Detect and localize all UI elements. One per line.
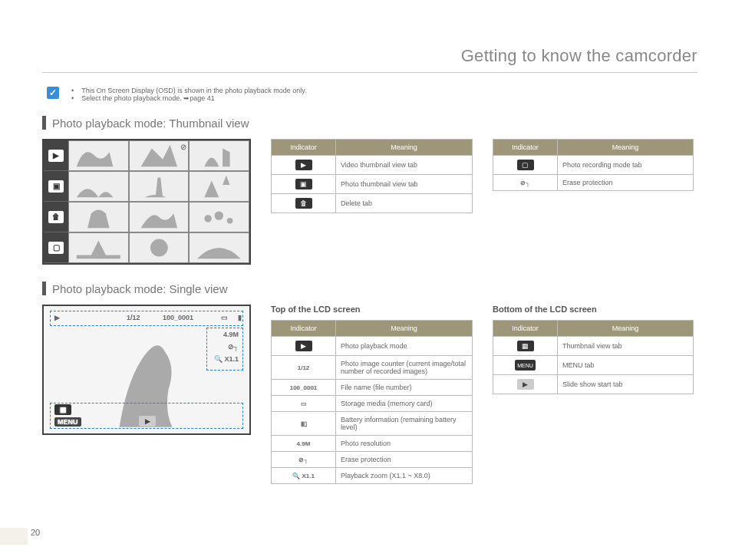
resolution-indicator: 4.9M xyxy=(297,440,311,447)
cell-meaning: Photo thumbnail view tab xyxy=(336,175,473,194)
delete-tab-icon: 🗑 xyxy=(295,198,312,209)
thumbnail[interactable] xyxy=(129,171,190,202)
sidebar-delete-tab[interactable]: 🗑 xyxy=(44,202,68,232)
battery-icon: ▮ xyxy=(238,314,242,321)
menu-tab[interactable]: MENU xyxy=(54,417,81,427)
protect-icon: ⊘┐ xyxy=(228,343,239,351)
cell-meaning: Battery information (remaining battery l… xyxy=(336,412,473,436)
title-divider xyxy=(42,72,697,73)
lcd-single-view: ▶ 1/12 100_0001 ▭ ▮ 4.9M ⊘┐ 🔍 X1.1 ▦ MEN… xyxy=(42,305,251,435)
thumbnail[interactable] xyxy=(68,202,129,232)
thumbnail-view-tab-icon[interactable]: ▦ xyxy=(54,404,71,415)
thumbnail[interactable] xyxy=(129,202,190,232)
cell-meaning: Erase protection xyxy=(336,452,473,468)
slideshow-icon: ▶ xyxy=(517,379,534,390)
note-line-1: This On Screen Display (OSD) is shown in… xyxy=(71,87,307,94)
cell-meaning: Photo image counter (current image/total… xyxy=(336,356,473,380)
subhead-top: Top of the LCD screen xyxy=(271,305,473,314)
page-title: Getting to know the camcorder xyxy=(42,46,697,66)
image-counter: 1/12 xyxy=(127,314,140,321)
thumbnail[interactable] xyxy=(189,232,249,263)
counter-indicator: 1/12 xyxy=(298,364,310,371)
photo-thumb-tab-icon: ▣ xyxy=(295,179,312,189)
thumbnail[interactable] xyxy=(189,202,249,232)
playback-mode-icon: ▶ xyxy=(54,314,60,321)
video-thumb-tab-icon: ▶ xyxy=(295,160,312,170)
cell-meaning: Storage media (memory card) xyxy=(336,396,473,412)
cell-meaning: Delete tab xyxy=(336,194,473,213)
menu-tab-icon: MENU xyxy=(515,360,536,371)
file-name: 100_0001 xyxy=(163,314,193,321)
photo-resolution: 4.9M xyxy=(223,331,239,338)
cell-meaning: Thumbnail view tab xyxy=(558,337,694,356)
th-meaning: Meaning xyxy=(336,140,473,156)
table-thumbnail-left: IndicatorMeaning ▶Video thumbnail view t… xyxy=(271,139,473,213)
table-bottom-lcd: IndicatorMeaning ▦Thumbnail view tab MEN… xyxy=(493,320,694,394)
cell-meaning: File name (file number) xyxy=(336,380,473,396)
thumbnail[interactable] xyxy=(189,171,249,202)
slideshow-start-icon[interactable]: ▶ xyxy=(139,416,156,427)
cell-meaning: Erase protection xyxy=(558,175,694,191)
thumbnail-view-icon: ▦ xyxy=(517,341,534,351)
zoom-icon: 🔍 xyxy=(214,355,223,363)
cell-meaning: Video thumbnail view tab xyxy=(336,156,473,175)
filename-indicator: 100_0001 xyxy=(290,384,318,391)
note-block: ✓ This On Screen Display (OSD) is shown … xyxy=(42,87,697,102)
section-heading-single: Photo playback mode: Single view xyxy=(42,282,697,295)
table-thumbnail-right: IndicatorMeaning ▢Photo recording mode t… xyxy=(493,139,694,191)
playback-zoom: X1.1 xyxy=(224,355,239,363)
camera-icon: ▢ xyxy=(48,242,64,254)
cell-meaning: Slide show start tab xyxy=(558,375,694,394)
sidebar-video-tab[interactable]: ▶ xyxy=(44,140,68,171)
svg-point-2 xyxy=(227,218,233,224)
photo-playback-icon: ▶ xyxy=(295,341,312,351)
th-meaning: Meaning xyxy=(558,321,694,337)
cell-meaning: Playback zoom (X1.1 ~ X8.0) xyxy=(336,468,473,484)
th-indicator: Indicator xyxy=(493,140,558,156)
photo-record-tab-icon: ▢ xyxy=(517,160,534,170)
svg-point-3 xyxy=(150,239,168,257)
page-number-bar xyxy=(0,528,28,545)
photo-tab-icon: ▣ xyxy=(48,180,64,193)
th-indicator: Indicator xyxy=(272,140,336,156)
trash-icon: 🗑 xyxy=(48,211,64,223)
note-line-2: Select the photo playback mode. ➥page 41 xyxy=(71,94,307,102)
page-number: 20 xyxy=(31,528,40,537)
thumbnail[interactable] xyxy=(189,140,249,171)
th-indicator: Indicator xyxy=(493,321,558,337)
thumbnail[interactable]: ⊘ xyxy=(129,140,190,171)
cell-meaning: Photo resolution xyxy=(336,436,473,452)
subhead-bottom: Bottom of the LCD screen xyxy=(493,305,694,314)
storage-icon: ▭ xyxy=(221,314,228,321)
erase-protect-icon: ⊘┐ xyxy=(298,456,308,463)
cell-meaning: Photo playback mode xyxy=(336,337,473,356)
th-indicator: Indicator xyxy=(272,321,336,337)
th-meaning: Meaning xyxy=(336,321,473,337)
cell-meaning: Photo recording mode tab xyxy=(558,156,694,175)
erase-protect-icon: ⊘┐ xyxy=(520,180,530,186)
thumbnail[interactable] xyxy=(68,232,129,263)
battery-indicator-icon: ▮▯ xyxy=(301,420,307,427)
lcd-thumbnail-view: ▶ ▣ 🗑 ▢ ⊘ xyxy=(42,139,251,265)
top-osd-highlight xyxy=(50,311,243,326)
zoom-indicator: 🔍 X1.1 xyxy=(292,473,315,479)
sidebar-photo-tab[interactable]: ▣ xyxy=(44,171,68,202)
memory-card-icon: ▭ xyxy=(301,400,307,407)
svg-point-1 xyxy=(215,211,223,219)
thumbnail[interactable] xyxy=(68,171,129,202)
sidebar-record-tab[interactable]: ▢ xyxy=(44,232,68,263)
svg-point-0 xyxy=(205,215,213,222)
check-icon: ✓ xyxy=(47,87,59,99)
table-top-lcd: IndicatorMeaning ▶Photo playback mode 1/… xyxy=(271,320,473,484)
thumbnail[interactable] xyxy=(129,232,190,263)
cell-meaning: MENU tab xyxy=(558,356,694,375)
thumbnail[interactable] xyxy=(68,140,129,171)
th-meaning: Meaning xyxy=(558,140,694,156)
section-heading-thumbnail: Photo playback mode: Thumbnail view xyxy=(42,116,697,130)
video-tab-icon: ▶ xyxy=(48,150,64,162)
